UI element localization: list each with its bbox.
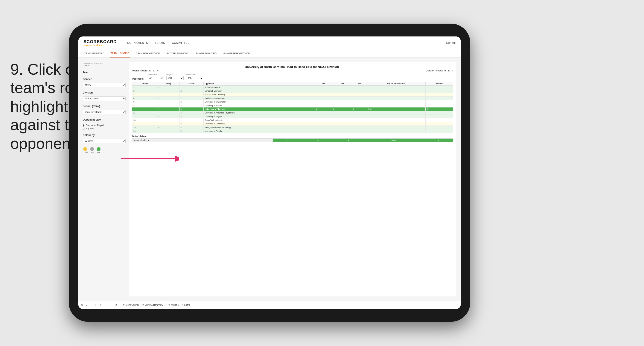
cell-opponent: University of Washington (204, 100, 315, 104)
table-row[interactable]: 16 - 2 University of Florida (132, 129, 453, 133)
cell-reg: - (158, 104, 180, 107)
cell-win (315, 115, 332, 118)
subnav-team-summary[interactable]: TEAM SUMMARY (84, 49, 104, 57)
dot1-icon: · (105, 304, 106, 307)
team-label: Team (83, 71, 126, 74)
cell-reg: - (158, 100, 180, 104)
cell-rank: 8 (132, 100, 158, 104)
nav-tournaments[interactable]: TOURNAMENTS (125, 41, 148, 44)
colour-by-select[interactable]: Win/loss (83, 139, 126, 143)
cell-tie (352, 100, 367, 104)
share-button[interactable]: ↗ Share (182, 304, 190, 306)
dot2-icon: · (108, 304, 109, 307)
undo-icon[interactable]: ↻ (81, 304, 83, 307)
subnav-player-h2h-heatmap[interactable]: PLAYER H2H HEATMAP (222, 49, 250, 57)
cell-opponent: University of Alabama (204, 107, 315, 111)
table-row[interactable]: 14 - 2 University of Oklahoma (132, 122, 453, 126)
table-row[interactable]: - - 3 University of Arizona (132, 104, 453, 107)
cell-conf: 2 (179, 129, 204, 133)
nav-links: TOURNAMENTS TEAMS COMMITTEE (125, 41, 444, 44)
overall-record: Overall Record: 89 - 17 - 0 (132, 69, 158, 72)
division-label: Division (83, 91, 126, 94)
reset-icon[interactable]: ↩ (90, 304, 92, 307)
cell-win (315, 86, 332, 89)
cell-rank: - (132, 104, 158, 107)
view-original-button[interactable]: 👁 View: Original (122, 304, 139, 306)
radio-opponents-played[interactable]: Opponents Played (83, 124, 126, 127)
opponent-filter: Opponent (All) (186, 74, 203, 80)
table-row[interactable]: 3 - 2 Vanderbilt University (132, 89, 453, 93)
opponents-label: Opponents: (132, 78, 144, 80)
toolbar-divider-1 (120, 303, 120, 307)
subnav-team-h2h-grid[interactable]: TEAM H2H GRID (110, 49, 130, 57)
out-win: 1 (273, 139, 303, 142)
bottom-toolbar: ↻ ↺ ↩ ❏ ✂ · · · ⏱ 👁 View: Original 💾 Sav… (78, 301, 460, 309)
cell-rounds (426, 86, 453, 89)
cell-tie (352, 93, 367, 96)
cell-rounds (426, 122, 453, 126)
cell-diff (367, 126, 426, 129)
table-row[interactable]: 8 - 2 University of Washington (132, 100, 453, 104)
subnav-player-summary[interactable]: PLAYER SUMMARY (166, 49, 190, 57)
cell-reg: - (158, 122, 180, 126)
table-row[interactable]: 12 - 3 University of Virginia (132, 115, 453, 118)
sub-nav: TEAM SUMMARY TEAM H2H GRID TEAM H2H HEAT… (78, 49, 460, 58)
nav-committee[interactable]: COMMITTEE (172, 41, 190, 44)
table-row[interactable]: 11 - 6 University of Arkansas, Fayettevi… (132, 111, 453, 115)
subnav-player-h2h-grid[interactable]: PLAYER H2H GRID (194, 49, 217, 57)
cell-win (315, 104, 332, 107)
nav-teams[interactable]: TEAMS (155, 41, 165, 44)
cell-opponent: Georgia Institute of Technology (204, 126, 315, 129)
cell-loss (332, 89, 352, 93)
cell-diff (367, 100, 426, 104)
cell-rounds (426, 129, 453, 133)
cell-rounds (426, 118, 453, 122)
cell-loss (332, 104, 352, 107)
cell-diff (367, 118, 426, 122)
table-row[interactable]: 2 - 1 Auburn University (132, 86, 453, 89)
cell-opponent: University of Arkansas, Fayetteville (204, 111, 315, 115)
cell-conf: 5 (179, 107, 204, 111)
cell-loss (332, 111, 352, 115)
table-row[interactable]: 13 - 1 Texas Tech University (132, 118, 453, 122)
table-row[interactable]: 6 - 2 Florida State University (132, 96, 453, 100)
cell-opponent: University of Arizona (204, 104, 315, 107)
table-row[interactable]: 11 - 5 University of Alabama 3 0 0 2.61 … (132, 107, 453, 111)
cell-diff: 2.61 (367, 107, 426, 111)
out-division-name: NCAA Division II (132, 139, 273, 142)
cut-icon[interactable]: ✂ (100, 304, 102, 307)
cell-reg: - (158, 129, 180, 133)
copy-icon[interactable]: ❏ (95, 304, 98, 307)
cell-rank: 4 (132, 93, 158, 96)
cell-opponent: University of Virginia (204, 115, 315, 118)
out-row[interactable]: NCAA Division II 1 0 0 26.00 3 (132, 139, 453, 142)
table-row[interactable]: 4 - 1 Arizona State University (132, 93, 453, 96)
watch-button[interactable]: 👁 Watch ▾ (168, 304, 179, 306)
redo-icon[interactable]: ↺ (86, 304, 88, 307)
subnav-team-h2h-heatmap[interactable]: TEAM H2H HEATMAP (135, 49, 160, 57)
out-of-division-table: NCAA Division II 1 0 0 26.00 3 (132, 138, 453, 142)
down-dot (83, 147, 87, 151)
legend-level: Level (90, 147, 94, 154)
gender-select[interactable]: Men's (83, 83, 126, 87)
radio-top100[interactable]: Top 100 (83, 127, 126, 130)
conference-select[interactable]: (All) (147, 76, 164, 80)
logo-main: SCOREBOARD (84, 39, 116, 44)
sign-out-button[interactable]: Sign out (446, 41, 456, 44)
clock-icon[interactable]: ⏱ (115, 304, 117, 307)
table-row[interactable]: 15 - 4 Georgia Institute of Technology (132, 126, 453, 129)
cell-rounds (426, 96, 453, 100)
school-select[interactable]: University of Nort... (83, 110, 126, 114)
cell-diff (367, 111, 426, 115)
division-select[interactable]: NCAA Division I (83, 96, 126, 101)
cell-tie: 0 (352, 107, 367, 111)
cell-win (315, 118, 332, 122)
opponent-select[interactable]: (All) (186, 76, 203, 80)
toolbar-divider-2 (166, 303, 166, 307)
logo: SCOREBOARD Powered by clippd (84, 39, 116, 46)
col-win: Win (315, 82, 332, 86)
cell-conf: 4 (179, 126, 204, 129)
cell-reg: - (158, 93, 180, 96)
save-custom-view-button[interactable]: 💾 Save Custom View (142, 304, 163, 306)
region-select[interactable]: (All) (166, 76, 184, 80)
